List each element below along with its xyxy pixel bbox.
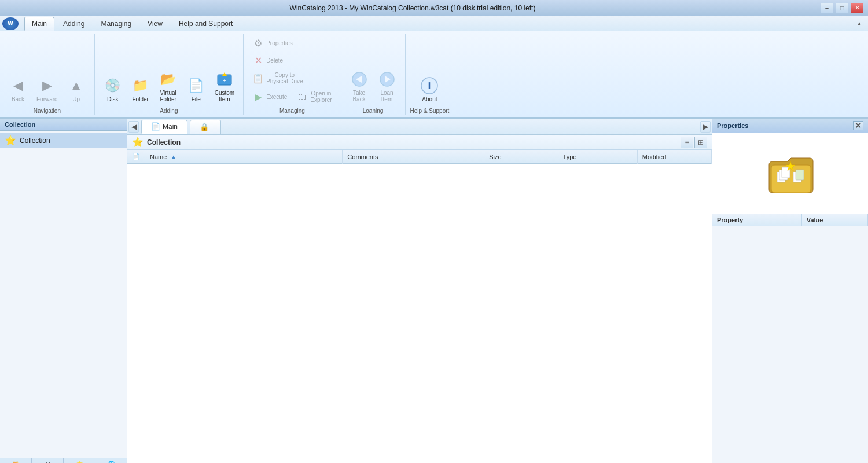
col-header-modified[interactable]: Modified [637, 150, 711, 164]
app-body: Collection ⭐ Collection 📂 Co... 🏷 Tags ⭐… [0, 119, 868, 463]
ribbon-group-loaning: TakeBack LoanItem Loaning [341, 34, 406, 115]
ribbon-group-managing: ⚙ Properties ✕ Delete 📋 Copy toPhysical … [244, 34, 341, 115]
minimize-button[interactable]: − [821, 3, 833, 13]
virtual-folder-button[interactable]: 📂 VirtualFolder [155, 67, 182, 105]
menu-tab-adding[interactable]: Adding [56, 17, 92, 31]
properties-table-wrapper: Property Value [712, 214, 868, 463]
help-group-label: Help & Support [410, 105, 450, 114]
delete-button[interactable]: ✕ Delete [248, 52, 287, 68]
forward-button[interactable]: ▶ Forward [32, 74, 62, 105]
folder-button[interactable]: 📁 Folder [127, 74, 154, 105]
properties-icon-area [712, 133, 868, 214]
virtual-folder-icon: 📂 [159, 70, 178, 89]
sidebar-tab-loan[interactable]: ⭐ Lo... [64, 458, 95, 463]
loaning-buttons: TakeBack LoanItem [346, 35, 400, 105]
col-header-icon: 📄 [127, 150, 145, 164]
svg-text:i: i [428, 80, 431, 91]
sidebar-tab-contacts[interactable]: 🌐 Co... [95, 458, 127, 463]
disk-button[interactable]: 💿 Disk [100, 74, 126, 105]
breadcrumb-bar: ⭐ Collection ≡ ⊞ [127, 135, 712, 150]
properties-collection-icon [764, 148, 816, 200]
content-tab-main[interactable]: 📄 Main [141, 120, 187, 134]
tab-nav-right[interactable]: ▶ [700, 121, 711, 133]
view-toggle: ≡ ⊞ [681, 137, 707, 148]
title-bar-controls: − □ ✕ [821, 3, 863, 13]
sidebar-tabs: 📂 Co... 🏷 Tags ⭐ Lo... 🌐 Co... [0, 458, 127, 463]
properties-close-button[interactable]: ✕ [853, 121, 863, 130]
file-button[interactable]: 📄 File [183, 74, 209, 105]
col-header-comments[interactable]: Comments [343, 150, 484, 164]
sidebar-header: Collection [0, 119, 127, 131]
prop-col-property: Property [712, 214, 801, 226]
execute-button[interactable]: ▶ Execute [248, 88, 291, 105]
maximize-button[interactable]: □ [836, 3, 848, 13]
grid-view-button[interactable]: ⊞ [694, 137, 707, 148]
menu-tab-main[interactable]: Main [24, 17, 54, 31]
back-button[interactable]: ◀ Back [5, 74, 31, 105]
properties-button[interactable]: ⚙ Properties [248, 35, 297, 51]
folder-icon: 📁 [131, 76, 150, 95]
svg-text:+: + [223, 78, 226, 84]
col-header-name[interactable]: Name ▲ [145, 150, 343, 164]
up-button[interactable]: ▲ Up [63, 74, 90, 105]
properties-header: Properties ✕ [712, 119, 868, 133]
sort-arrow-icon: ▲ [170, 153, 176, 160]
sidebar-tab-collection[interactable]: 📂 Co... [0, 458, 32, 463]
loaning-group-label: Loaning [363, 105, 384, 114]
menu-tab-help[interactable]: Help and Support [171, 17, 240, 31]
open-in-explorer-button[interactable]: 🗂 Open inExplorer [292, 88, 336, 105]
col-header-size[interactable]: Size [484, 150, 558, 164]
sidebar-item-collection[interactable]: ⭐ Collection [0, 133, 127, 148]
sidebar: Collection ⭐ Collection 📂 Co... 🏷 Tags ⭐… [0, 119, 127, 463]
adding-buttons: 💿 Disk 📁 Folder 📂 VirtualFolder 📄 File [100, 35, 238, 105]
menu-tab-view[interactable]: View [140, 17, 170, 31]
sidebar-tab-tags[interactable]: 🏷 Tags [32, 458, 64, 463]
col-header-type[interactable]: Type [558, 150, 637, 164]
contacts-tab-icon: 🌐 [108, 461, 115, 463]
about-button[interactable]: i About [416, 74, 443, 105]
ribbon-group-adding: 💿 Disk 📁 Folder 📂 VirtualFolder 📄 File [95, 34, 244, 115]
main-tab-icon: 📄 [151, 122, 160, 131]
forward-icon: ▶ [38, 76, 56, 95]
content-tabs-bar: ◀ 📄 Main 🔒 ▶ [127, 119, 712, 135]
svg-rect-11 [796, 170, 804, 180]
title-bar: WinCatalog 2013 - My WinCatalog Collecti… [0, 0, 868, 16]
custom-item-button[interactable]: + CustomItem [211, 67, 238, 105]
sidebar-item-label: Collection [20, 137, 50, 145]
menu-tab-managing[interactable]: Managing [93, 17, 139, 31]
breadcrumb-icon: ⭐ [132, 137, 144, 148]
main-tab-label: Main [163, 123, 178, 131]
title-bar-title: WinCatalog 2013 - My WinCatalog Collecti… [5, 4, 821, 12]
menu-bar: W Main Adding Managing View Help and Sup… [0, 16, 868, 31]
managing-group-label: Managing [279, 105, 305, 114]
app-logo[interactable]: W [2, 17, 19, 30]
content-area: ◀ 📄 Main 🔒 ▶ ⭐ Collection ≡ ⊞ [127, 119, 712, 463]
up-icon: ▲ [67, 76, 86, 95]
loan-item-icon [378, 70, 396, 89]
navigation-buttons: ◀ Back ▶ Forward ▲ Up [5, 35, 90, 105]
content-table-wrapper: 📄 Name ▲ Comments Size Type Modified [127, 150, 712, 463]
loan-item-button[interactable]: LoanItem [374, 67, 400, 105]
close-button[interactable]: ✕ [851, 3, 863, 13]
file-type-icon: 📄 [132, 153, 140, 160]
take-back-button[interactable]: TakeBack [346, 67, 373, 105]
delete-icon: ✕ [252, 54, 264, 66]
tab-nav-left[interactable]: ◀ [128, 121, 139, 133]
ribbon: ◀ Back ▶ Forward ▲ Up Navigation 💿 Disk … [0, 31, 868, 119]
help-buttons: i About [416, 35, 443, 105]
copy-icon: 📋 [252, 72, 264, 84]
lock-tab-icon: 🔒 [200, 123, 209, 131]
loan-tab-icon: ⭐ [76, 461, 83, 463]
collection-icon: ⭐ [5, 135, 16, 146]
sidebar-content: ⭐ Collection [0, 131, 127, 458]
svg-marker-1 [222, 72, 227, 76]
navigation-group-label: Navigation [34, 105, 61, 114]
content-table: 📄 Name ▲ Comments Size Type Modified [127, 150, 712, 164]
back-icon: ◀ [9, 76, 27, 95]
content-tab-lock[interactable]: 🔒 [190, 120, 221, 134]
ribbon-collapse-button[interactable]: ▲ [853, 19, 866, 28]
list-view-button[interactable]: ≡ [681, 137, 693, 148]
about-icon: i [420, 76, 439, 95]
copy-to-drive-button[interactable]: 📋 Copy toPhysical Drive [248, 69, 307, 87]
properties-table: Property Value [712, 214, 868, 226]
